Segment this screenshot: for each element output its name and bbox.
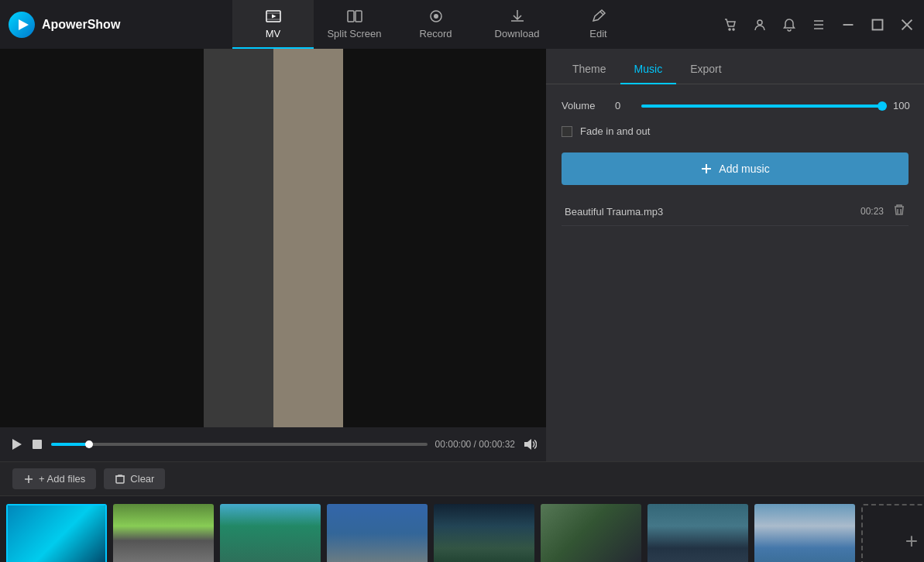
delete-track-button[interactable] (893, 204, 905, 219)
maximize-button[interactable] (867, 14, 888, 36)
add-files-label: + Add files (39, 473, 85, 485)
video-container (0, 49, 546, 427)
panel-content: Volume 0 100 Fade in and out Add (546, 84, 924, 461)
svg-point-7 (729, 29, 730, 30)
menu-icon[interactable] (808, 14, 830, 36)
tab-record-label: Record (420, 28, 452, 39)
add-media-button[interactable]: + (861, 504, 924, 562)
tab-download[interactable]: Download (476, 0, 558, 49)
tab-download-label: Download (495, 28, 540, 39)
add-music-label: Add music (719, 163, 769, 175)
music-track-name: Beautiful Trauma.mp3 (565, 206, 860, 218)
tab-mv-label: MV (266, 28, 281, 39)
clear-label: Clear (130, 473, 154, 485)
thumb-1-preview (8, 505, 105, 562)
thumb-2-preview (113, 504, 214, 562)
main-area: 00:00:00 / 00:00:32 Theme Music Export (0, 49, 924, 461)
video-bg-left (204, 49, 273, 427)
filmstrip-thumb-7[interactable] (647, 504, 748, 562)
volume-label: Volume (562, 100, 604, 111)
thumb-5-preview (434, 504, 534, 562)
clear-button[interactable]: Clear (104, 468, 165, 489)
clear-icon (115, 474, 125, 485)
logo-area: ApowerShow (8, 11, 232, 39)
fade-checkbox[interactable] (562, 126, 572, 137)
volume-row: Volume 0 100 (562, 100, 909, 111)
video-panel: 00:00:00 / 00:00:32 (0, 49, 546, 461)
nav-tabs: MV Split Screen Record Download (232, 0, 720, 49)
tab-export[interactable]: Export (676, 55, 735, 84)
add-music-button[interactable]: Add music (562, 152, 909, 185)
tab-record[interactable]: Record (395, 0, 476, 49)
filmstrip-thumb-6[interactable] (541, 504, 641, 562)
svg-marker-13 (524, 439, 531, 450)
fade-row: Fade in and out (562, 125, 909, 137)
video-wrapper (204, 49, 343, 427)
music-item: Beautiful Trauma.mp3 00:23 (562, 197, 909, 226)
filmstrip-thumb-8[interactable] (754, 504, 855, 562)
stop-icon (31, 438, 43, 451)
thumb-6-preview (541, 504, 641, 562)
tab-edit-label: Edit (589, 28, 606, 39)
add-files-button[interactable]: + Add files (12, 468, 96, 489)
add-icon (700, 163, 713, 175)
play-button[interactable] (9, 437, 23, 451)
tab-edit[interactable]: Edit (558, 0, 639, 49)
titlebar: ApowerShow MV Split Screen Rec (0, 0, 924, 49)
filmstrip-thumb-4[interactable] (327, 504, 428, 562)
tab-theme[interactable]: Theme (558, 55, 620, 84)
notification-icon[interactable] (778, 14, 800, 36)
volume-thumb (878, 101, 887, 111)
svg-point-9 (757, 20, 762, 25)
progress-thumb (85, 440, 93, 448)
thumb-4-preview (327, 504, 428, 562)
app-logo-icon (8, 11, 36, 39)
filmstrip-thumb-1[interactable] (6, 504, 107, 562)
svg-rect-14 (116, 476, 124, 483)
filmstrip-thumb-2[interactable] (113, 504, 214, 562)
panel-tabs: Theme Music Export (546, 49, 924, 84)
stop-button[interactable] (31, 438, 43, 451)
volume-min: 0 (615, 100, 630, 111)
svg-marker-11 (12, 439, 22, 450)
trash-icon (893, 204, 905, 216)
video-controls: 00:00:00 / 00:00:32 (0, 427, 546, 461)
edit-icon (590, 8, 607, 25)
svg-point-8 (733, 29, 734, 30)
time-display: 00:00:00 / 00:00:32 (435, 439, 515, 450)
thumb-7-preview (647, 504, 748, 562)
svg-rect-12 (33, 440, 42, 449)
minimize-button[interactable] (837, 14, 859, 36)
volume-button[interactable] (523, 437, 537, 451)
bottom-toolbar: + Add files Clear (0, 461, 924, 495)
play-icon (9, 437, 23, 451)
app-name: ApowerShow (42, 18, 120, 32)
progress-fill (51, 443, 89, 446)
split-screen-icon (346, 8, 363, 25)
filmstrip: + (0, 495, 924, 562)
cart-icon[interactable] (720, 14, 741, 36)
svg-point-6 (434, 14, 438, 19)
tab-split-screen-label: Split Screen (327, 28, 381, 39)
close-button[interactable] (896, 14, 918, 36)
svg-rect-3 (348, 11, 354, 22)
volume-icon (523, 437, 537, 451)
tab-split-screen[interactable]: Split Screen (314, 0, 395, 49)
right-panel: Theme Music Export Volume 0 100 (546, 49, 924, 461)
tab-music[interactable]: Music (620, 55, 677, 84)
mv-icon (265, 8, 282, 25)
progress-bar[interactable] (51, 443, 428, 446)
tab-mv[interactable]: MV (232, 0, 314, 49)
user-icon[interactable] (749, 14, 771, 36)
add-media-icon: + (905, 529, 918, 553)
download-icon (509, 8, 526, 25)
titlebar-actions (720, 14, 924, 36)
svg-rect-10 (873, 19, 883, 29)
volume-fill (641, 105, 882, 108)
filmstrip-thumb-5[interactable] (434, 504, 534, 562)
volume-slider[interactable] (641, 105, 882, 108)
filmstrip-thumb-3[interactable] (220, 504, 321, 562)
thumb-8-preview (754, 504, 855, 562)
add-files-icon (23, 474, 34, 485)
video-bg-right (273, 49, 343, 427)
